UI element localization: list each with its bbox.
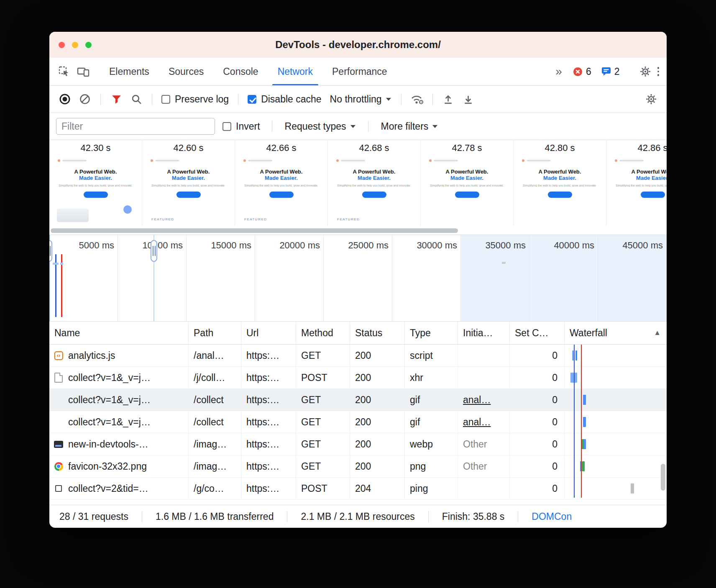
console-errors-badge[interactable]: 6 bbox=[568, 66, 596, 77]
throttling-value: No throttling bbox=[330, 94, 382, 105]
tab-sources[interactable]: Sources bbox=[159, 58, 213, 85]
timeline-tick: 5000 ms bbox=[49, 235, 118, 321]
more-tabs-button[interactable]: » bbox=[550, 65, 568, 78]
request-types-dropdown[interactable]: Request types bbox=[281, 121, 359, 132]
column-header-set-cookies[interactable]: Set C… bbox=[510, 322, 565, 344]
filmstrip-frame[interactable]: 42.78 s A Powerful Web. Made Easier. Sim… bbox=[421, 140, 514, 226]
devtools-settings-button[interactable] bbox=[636, 65, 655, 78]
requests-table-body: analytics.js /anal… https:… GET 200 scri… bbox=[49, 345, 667, 505]
cell-type: xhr bbox=[405, 367, 458, 389]
issues-badge[interactable]: 2 bbox=[596, 66, 625, 77]
devtools-window: DevTools - developer.chrome.com/ Element… bbox=[49, 32, 667, 528]
device-toolbar-icon bbox=[77, 66, 90, 77]
throttling-dropdown[interactable]: No throttling bbox=[327, 94, 394, 105]
thumb-headline: A Powerful Web. bbox=[333, 169, 415, 175]
site-header-bar bbox=[619, 160, 644, 161]
tab-console[interactable]: Console bbox=[213, 58, 268, 85]
column-header-name[interactable]: Name bbox=[49, 322, 189, 344]
cell-type: png bbox=[405, 455, 458, 477]
search-network-button[interactable] bbox=[128, 91, 145, 107]
filmstrip-frame[interactable]: 42.86 s A Powerful Web. Made Easier. Sim… bbox=[606, 140, 667, 226]
import-har-button[interactable] bbox=[440, 91, 457, 107]
filmstrip-frame[interactable]: 42.60 s A Powerful Web. Made Easier. Sim… bbox=[142, 140, 235, 226]
cell-path: /imag… bbox=[189, 433, 241, 455]
toolbar-divider bbox=[152, 94, 152, 105]
image-preview-icon bbox=[54, 441, 63, 448]
cell-waterfall bbox=[565, 345, 667, 366]
record-network-log-button[interactable] bbox=[56, 91, 74, 107]
clear-network-log-button[interactable] bbox=[76, 91, 94, 107]
close-window-button[interactable] bbox=[59, 42, 65, 48]
column-header-path[interactable]: Path bbox=[189, 322, 241, 344]
filter-input[interactable] bbox=[56, 118, 215, 135]
filmstrip-frames: 42.30 s A Powerful Web. Made Easier. Sim… bbox=[49, 140, 667, 226]
more-options-menu-button[interactable] bbox=[655, 67, 662, 76]
timeline-left-drag-handle[interactable] bbox=[49, 240, 52, 262]
cell-name: collect?v=1&_v=j… bbox=[49, 367, 189, 389]
network-settings-button[interactable] bbox=[642, 91, 660, 107]
preserve-log-control: Preserve log bbox=[159, 94, 231, 105]
thumb-subtext: Simplifying the web to help you build, g… bbox=[336, 184, 412, 187]
column-header-type[interactable]: Type bbox=[405, 322, 458, 344]
cell-type: script bbox=[405, 345, 458, 366]
initiator-link[interactable]: anal… bbox=[458, 411, 510, 433]
thumb-headline: A Powerful Web. bbox=[611, 169, 667, 175]
column-header-status[interactable]: Status bbox=[350, 322, 405, 344]
filmstrip-frame[interactable]: 42.66 s A Powerful Web. Made Easier. Sim… bbox=[235, 140, 328, 226]
chevron-down-icon bbox=[432, 125, 437, 128]
filter-toggle-button[interactable] bbox=[107, 91, 125, 107]
ping-request-icon bbox=[55, 485, 62, 492]
cell-waterfall bbox=[565, 478, 667, 499]
preserve-log-checkbox[interactable] bbox=[161, 95, 170, 104]
column-header-waterfall[interactable]: Waterfall ▲ bbox=[565, 322, 667, 344]
gear-icon bbox=[639, 65, 652, 78]
tab-elements[interactable]: Elements bbox=[100, 58, 159, 85]
cell-method: POST bbox=[296, 478, 350, 499]
minimize-window-button[interactable] bbox=[72, 42, 78, 48]
filmstrip-frame[interactable]: 42.68 s A Powerful Web. Made Easier. Sim… bbox=[328, 140, 421, 226]
horizontal-scrollbar-thumb[interactable] bbox=[51, 228, 458, 233]
timeline-right-drag-handle[interactable] bbox=[151, 240, 157, 262]
thumb-headline-accent: Made Easier. bbox=[240, 175, 322, 181]
filmstrip-frame[interactable]: 42.80 s A Powerful Web. Made Easier. Sim… bbox=[514, 140, 606, 226]
inspect-element-button[interactable] bbox=[54, 58, 74, 85]
cell-status: 200 bbox=[350, 455, 405, 477]
search-icon bbox=[131, 94, 142, 105]
cell-url: https:… bbox=[241, 411, 296, 433]
tab-network[interactable]: Network bbox=[268, 58, 322, 85]
cell-initiator: Other bbox=[458, 455, 510, 477]
cell-url: https:… bbox=[241, 367, 296, 389]
column-header-initiator[interactable]: Initia… bbox=[458, 322, 510, 344]
vertical-scrollbar-thumb[interactable] bbox=[661, 464, 665, 491]
site-header-bar bbox=[434, 160, 458, 161]
thumb-cta-pill bbox=[84, 192, 108, 198]
zoom-window-button[interactable] bbox=[85, 42, 92, 48]
frame-timestamp: 42.30 s bbox=[49, 140, 142, 156]
cell-url: https:… bbox=[241, 455, 296, 477]
thumb-headline-accent: Made Easier. bbox=[147, 175, 230, 181]
tab-performance[interactable]: Performance bbox=[322, 58, 397, 85]
invert-checkbox[interactable] bbox=[222, 122, 231, 131]
frame-thumbnail: A Powerful Web. Made Easier. Simplifying… bbox=[611, 156, 667, 225]
column-header-url[interactable]: Url bbox=[241, 322, 296, 344]
export-har-button[interactable] bbox=[460, 91, 477, 107]
more-filters-dropdown[interactable]: More filters bbox=[378, 121, 441, 132]
cell-method: POST bbox=[296, 367, 350, 389]
site-header-bar bbox=[527, 160, 551, 161]
initiator-link[interactable]: anal… bbox=[458, 389, 510, 411]
cell-initiator bbox=[458, 345, 510, 366]
network-conditions-button[interactable] bbox=[408, 91, 426, 107]
transferred-size: 1.6 MB / 1.6 MB transferred bbox=[142, 511, 287, 522]
frame-timestamp: 42.66 s bbox=[235, 140, 327, 156]
network-status-bar: 28 / 31 requests 1.6 MB / 1.6 MB transfe… bbox=[49, 505, 667, 528]
toolbar-divider bbox=[238, 94, 238, 105]
filter-divider bbox=[368, 121, 368, 132]
frame-thumbnail: A Powerful Web. Made Easier. Simplifying… bbox=[54, 156, 137, 225]
column-header-method[interactable]: Method bbox=[296, 322, 350, 344]
disable-cache-checkbox[interactable] bbox=[248, 95, 256, 104]
timeline-tick: 30000 ms bbox=[392, 235, 461, 321]
filmstrip-frame[interactable]: 42.30 s A Powerful Web. Made Easier. Sim… bbox=[49, 140, 142, 226]
timeline-tick: 25000 ms bbox=[324, 235, 392, 321]
device-toolbar-button[interactable] bbox=[74, 58, 93, 85]
network-overview-timeline[interactable]: 5000 ms 10000 ms 15000 ms 20000 ms 25000… bbox=[49, 235, 667, 322]
